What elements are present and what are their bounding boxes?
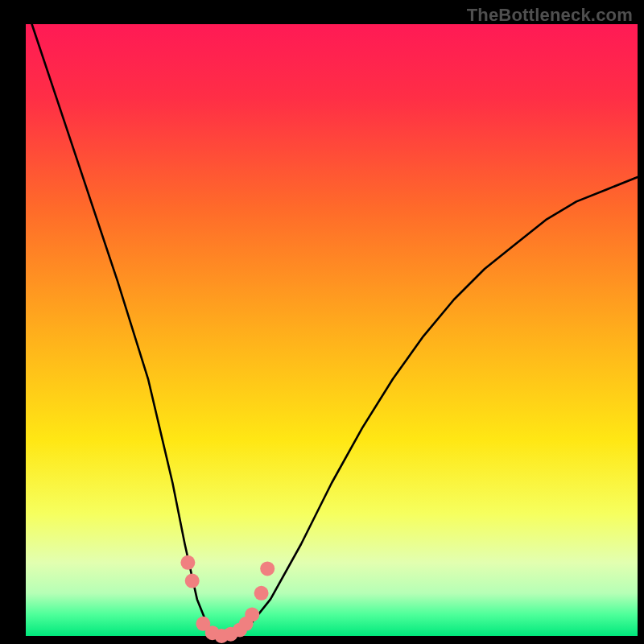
marker-point (185, 574, 200, 588)
marker-point (260, 561, 275, 576)
marker-point (180, 555, 195, 570)
marker-point (245, 607, 259, 621)
bottleneck-chart (0, 0, 644, 644)
plot-background (26, 24, 638, 636)
chart-frame: TheBottleneck.com (0, 0, 644, 644)
marker-point (254, 586, 269, 601)
